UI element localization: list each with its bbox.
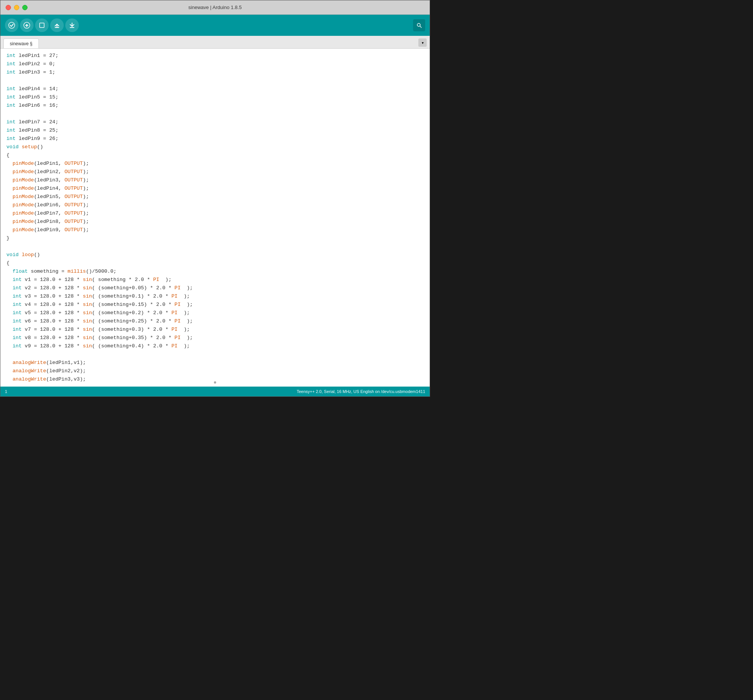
svg-rect-3	[40, 23, 44, 28]
minimize-button[interactable]	[14, 5, 19, 10]
traffic-lights	[6, 5, 28, 10]
search-button[interactable]	[413, 19, 425, 31]
status-bar: 1 Teensy++ 2.0, Serial, 16 MHz, US Engli…	[0, 387, 430, 396]
code-content: int ledPin1 = 27; int ledPin2 = 0; int l…	[0, 49, 430, 387]
tab-dropdown-button[interactable]: ▾	[419, 39, 426, 47]
code-editor[interactable]: int ledPin1 = 27; int ledPin2 = 0; int l…	[0, 49, 430, 387]
save-button[interactable]	[65, 19, 79, 32]
close-button[interactable]	[6, 5, 11, 10]
svg-line-9	[420, 26, 422, 28]
toolbar-right	[413, 19, 425, 31]
maximize-button[interactable]	[22, 5, 28, 10]
open-button[interactable]	[50, 19, 64, 32]
upload-button[interactable]	[20, 19, 34, 32]
svg-point-0	[9, 22, 15, 28]
scroll-indicator	[214, 381, 216, 384]
title-bar: sinewave | Arduino 1.8.5	[0, 0, 430, 15]
toolbar	[0, 15, 430, 36]
verify-button[interactable]	[5, 19, 19, 32]
tab-bar: sinewave § ▾	[0, 36, 430, 49]
board-info: Teensy++ 2.0, Serial, 16 MHz, US English…	[297, 389, 425, 394]
arduino-window: sinewave | Arduino 1.8.5	[0, 0, 430, 397]
new-button[interactable]	[35, 19, 48, 32]
tab-sinewave[interactable]: sinewave §	[3, 39, 39, 48]
line-number: 1	[5, 389, 7, 394]
window-title: sinewave | Arduino 1.8.5	[188, 5, 241, 10]
